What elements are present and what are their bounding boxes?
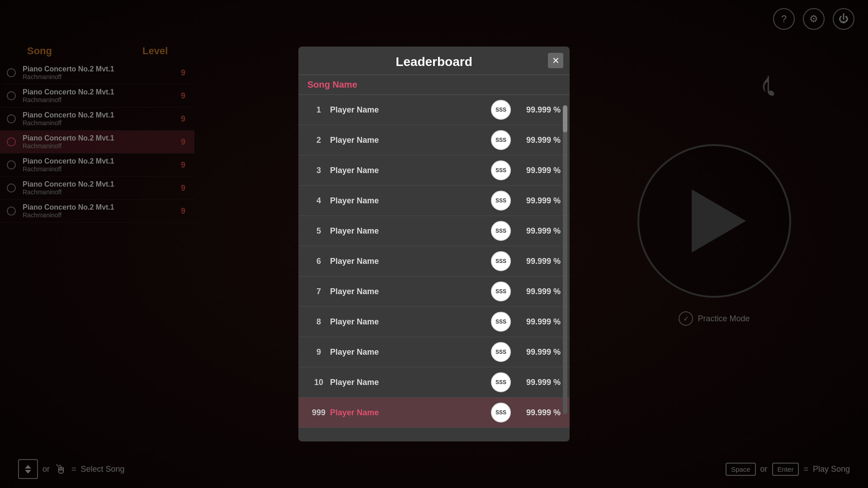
lb-player-name: Player Name bbox=[330, 287, 491, 296]
lb-rank: 10 bbox=[307, 378, 330, 387]
lb-rank: 5 bbox=[307, 226, 330, 236]
sss-badge: SSS bbox=[491, 342, 511, 362]
lb-score-area: SSS 99.999 % bbox=[491, 342, 561, 362]
lb-percent: 99.999 % bbox=[515, 408, 561, 418]
lb-player-name: Player Name bbox=[330, 166, 491, 175]
lb-player-name: Player Name bbox=[330, 378, 491, 387]
lb-rank: 4 bbox=[307, 196, 330, 206]
lb-player-name: Player Name bbox=[330, 196, 491, 206]
lb-rank: 1 bbox=[307, 105, 330, 115]
leaderboard-row: 999 Player Name SSS 99.999 % bbox=[298, 398, 570, 428]
modal-header: Leaderboard bbox=[298, 47, 570, 75]
leaderboard-row: 9 Player Name SSS 99.999 % bbox=[298, 337, 570, 367]
modal-overlay: Leaderboard ✕ Song Name 1 Player Name SS… bbox=[0, 0, 868, 488]
modal-song-name: Song Name bbox=[298, 75, 570, 95]
lb-percent: 99.999 % bbox=[515, 378, 561, 387]
lb-score-area: SSS 99.999 % bbox=[491, 403, 561, 422]
lb-player-name: Player Name bbox=[330, 317, 491, 327]
leaderboard-row: 7 Player Name SSS 99.999 % bbox=[298, 277, 570, 307]
sss-badge: SSS bbox=[491, 251, 511, 271]
sss-badge: SSS bbox=[491, 100, 511, 120]
leaderboard-row: 8 Player Name SSS 99.999 % bbox=[298, 307, 570, 337]
sss-badge: SSS bbox=[491, 403, 511, 422]
leaderboard-table: 1 Player Name SSS 99.999 % 2 Player Name… bbox=[298, 95, 570, 428]
lb-percent: 99.999 % bbox=[515, 347, 561, 357]
lb-percent: 99.999 % bbox=[515, 136, 561, 145]
lb-player-name: Player Name bbox=[330, 136, 491, 145]
lb-rank: 9 bbox=[307, 347, 330, 357]
sss-badge: SSS bbox=[491, 372, 511, 392]
modal-close-button[interactable]: ✕ bbox=[548, 53, 563, 68]
lb-percent: 99.999 % bbox=[515, 166, 561, 175]
sss-badge: SSS bbox=[491, 130, 511, 150]
leaderboard-row: 6 Player Name SSS 99.999 % bbox=[298, 246, 570, 277]
modal-title: Leaderboard bbox=[396, 55, 472, 69]
sss-badge: SSS bbox=[491, 282, 511, 301]
sss-badge: SSS bbox=[491, 221, 511, 241]
leaderboard-row: 2 Player Name SSS 99.999 % bbox=[298, 125, 570, 155]
lb-rank: 2 bbox=[307, 136, 330, 145]
scrollbar-thumb[interactable] bbox=[563, 105, 567, 132]
lb-rank: 6 bbox=[307, 257, 330, 266]
sss-badge: SSS bbox=[491, 160, 511, 180]
lb-score-area: SSS 99.999 % bbox=[491, 221, 561, 241]
lb-score-area: SSS 99.999 % bbox=[491, 130, 561, 150]
sss-badge: SSS bbox=[491, 191, 511, 211]
lb-player-name: Player Name bbox=[330, 408, 491, 418]
sss-badge: SSS bbox=[491, 312, 511, 332]
lb-percent: 99.999 % bbox=[515, 105, 561, 115]
lb-percent: 99.999 % bbox=[515, 196, 561, 206]
scrollbar[interactable] bbox=[563, 105, 567, 414]
lb-player-name: Player Name bbox=[330, 226, 491, 236]
lb-percent: 99.999 % bbox=[515, 226, 561, 236]
lb-score-area: SSS 99.999 % bbox=[491, 100, 561, 120]
lb-percent: 99.999 % bbox=[515, 257, 561, 266]
lb-score-area: SSS 99.999 % bbox=[491, 372, 561, 392]
leaderboard-row: 3 Player Name SSS 99.999 % bbox=[298, 155, 570, 186]
lb-rank: 3 bbox=[307, 166, 330, 175]
lb-rank: 999 bbox=[307, 408, 330, 418]
leaderboard-row: 5 Player Name SSS 99.999 % bbox=[298, 216, 570, 246]
lb-rank: 7 bbox=[307, 287, 330, 296]
lb-percent: 99.999 % bbox=[515, 287, 561, 296]
lb-player-name: Player Name bbox=[330, 347, 491, 357]
lb-score-area: SSS 99.999 % bbox=[491, 251, 561, 271]
leaderboard-row: 10 Player Name SSS 99.999 % bbox=[298, 367, 570, 398]
lb-score-area: SSS 99.999 % bbox=[491, 160, 561, 180]
lb-player-name: Player Name bbox=[330, 257, 491, 266]
lb-rank: 8 bbox=[307, 317, 330, 327]
lb-score-area: SSS 99.999 % bbox=[491, 191, 561, 211]
lb-percent: 99.999 % bbox=[515, 317, 561, 327]
lb-player-name: Player Name bbox=[330, 105, 491, 115]
leaderboard-row: 1 Player Name SSS 99.999 % bbox=[298, 95, 570, 125]
leaderboard-modal: Leaderboard ✕ Song Name 1 Player Name SS… bbox=[298, 47, 570, 441]
lb-score-area: SSS 99.999 % bbox=[491, 312, 561, 332]
leaderboard-row: 4 Player Name SSS 99.999 % bbox=[298, 186, 570, 216]
lb-score-area: SSS 99.999 % bbox=[491, 282, 561, 301]
